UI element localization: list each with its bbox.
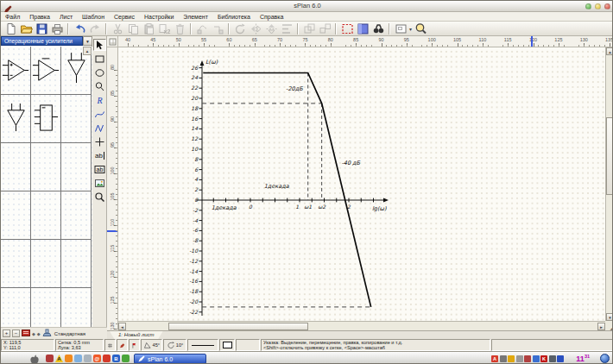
resize-grip[interactable]: ◢ — [605, 321, 613, 330]
prev-sheet-button[interactable]: ◆ — [32, 331, 35, 336]
tool-zoom[interactable] — [93, 191, 106, 203]
horizontal-scroll-thumb[interactable] — [168, 323, 308, 330]
plug-icon[interactable] — [500, 355, 507, 362]
copy-properties-button[interactable] — [194, 22, 210, 35]
snap-toggle[interactable] — [117, 339, 128, 351]
antivirus-a-icon[interactable]: A — [491, 355, 498, 362]
tool-image[interactable] — [93, 177, 106, 189]
user-icon[interactable] — [516, 355, 523, 362]
start-menu-icon[interactable] — [29, 353, 40, 364]
scroll-down-icon[interactable]: ▼ — [606, 313, 613, 321]
tool-text[interactable]: ab — [93, 149, 106, 161]
menu-file[interactable]: Файл — [5, 14, 20, 20]
line-style-selector[interactable] — [187, 339, 218, 351]
orange-ball-icon[interactable] — [65, 355, 73, 362]
tool-ellipse[interactable] — [93, 66, 106, 78]
blue-b-icon[interactable]: B — [112, 355, 120, 362]
red-ball-icon[interactable] — [103, 355, 111, 362]
copy-button[interactable] — [125, 22, 141, 35]
open-button[interactable] — [18, 22, 34, 35]
monitor-icon[interactable] — [549, 355, 556, 362]
menu-library[interactable]: Библиотека — [218, 14, 250, 20]
coin-icon[interactable] — [508, 355, 515, 362]
group-button[interactable] — [301, 22, 317, 35]
grid-toggle[interactable] — [104, 339, 116, 351]
drive-icon[interactable] — [84, 355, 92, 362]
menu-element[interactable]: Элемент — [183, 14, 208, 20]
scroll-left-icon[interactable]: ◄ — [118, 323, 126, 330]
library-component-5[interactable] — [31, 95, 61, 143]
photos-icon[interactable] — [74, 355, 82, 362]
tool-node[interactable] — [93, 80, 106, 92]
paste-button[interactable] — [141, 22, 156, 35]
rotate-button[interactable] — [232, 22, 248, 35]
zoom-window-caret-icon[interactable]: ▾ — [409, 26, 412, 32]
duplicate-button[interactable]: x2 — [156, 22, 172, 35]
rotation-setting[interactable]: 10° — [163, 339, 186, 351]
zoom-loupe-button[interactable] — [413, 22, 428, 35]
drawing-canvas[interactable]: 26242220181614121086420-2-4-6-8-10-12-14… — [118, 47, 605, 321]
stamp-icon[interactable] — [42, 329, 52, 338]
at-mail-icon[interactable]: @ — [93, 355, 101, 362]
angle-setting[interactable]: 45° — [141, 339, 162, 351]
close-button[interactable] — [604, 3, 610, 9]
vertical-scroll-thumb[interactable] — [606, 117, 613, 195]
next-sheet-button[interactable]: ◆ — [37, 331, 41, 336]
kaspersky-k-icon[interactable]: K — [540, 355, 547, 362]
undo-button[interactable] — [72, 22, 87, 35]
blue-circle-tray-icon[interactable] — [600, 354, 610, 363]
menu-help[interactable]: Справка — [260, 14, 283, 20]
scroll-up-icon[interactable]: ▲ — [606, 47, 613, 55]
menu-sheet[interactable]: Лист — [60, 14, 73, 20]
scroll-right-icon[interactable]: ► — [597, 323, 605, 330]
tv-icon[interactable] — [524, 355, 531, 362]
tool-rectangle[interactable] — [93, 53, 106, 65]
cut-button[interactable] — [110, 22, 125, 35]
tray-clock[interactable]: 1131 — [576, 354, 590, 363]
menu-service[interactable]: Сервис — [114, 14, 135, 20]
ungroup-button[interactable] — [317, 22, 332, 35]
menu-settings[interactable]: Настройки — [144, 14, 174, 20]
minimize-button[interactable] — [585, 3, 591, 9]
vertical-scrollbar[interactable]: ▲ ▼ — [605, 47, 613, 321]
horizontal-scrollbar[interactable]: ◄ ► — [118, 321, 605, 330]
menu-template[interactable]: Шаблон — [82, 14, 104, 20]
title-bar[interactable]: sPlan 6.0 — [1, 1, 613, 12]
library-panel-button[interactable] — [355, 22, 370, 35]
save-button[interactable] — [34, 22, 49, 35]
library-category-dropdown[interactable]: Операционные усилители — [1, 36, 83, 46]
delete-button[interactable] — [172, 22, 187, 35]
align-button[interactable] — [279, 22, 294, 35]
template-name-label[interactable]: Стандартная — [54, 331, 85, 336]
menu-edit[interactable]: Правка — [29, 14, 50, 20]
flag-indicator[interactable] — [129, 339, 140, 351]
chevron-down-icon[interactable]: ▼ — [83, 36, 92, 46]
library-scroll-up-button[interactable]: ▲ — [83, 47, 92, 55]
zoom-window-button[interactable] — [393, 22, 408, 35]
tool-special-form[interactable]: R — [93, 94, 106, 106]
remove-sheet-button[interactable]: − — [12, 329, 20, 337]
tool-select[interactable] — [93, 39, 106, 51]
redo-button[interactable] — [87, 22, 103, 35]
blue-square-icon[interactable] — [557, 355, 564, 362]
sheet-properties-icon[interactable] — [22, 329, 30, 338]
tool-dimension[interactable] — [93, 135, 106, 147]
fill-style-selector[interactable] — [219, 339, 235, 351]
v-ruler[interactable]: 80859095100105110115120125130 — [107, 47, 118, 329]
library-component-1[interactable] — [1, 47, 31, 95]
apply-properties-button[interactable] — [210, 22, 225, 35]
new-button[interactable] — [3, 22, 18, 35]
maximize-button[interactable] — [595, 3, 601, 9]
tool-bezier[interactable] — [93, 108, 106, 120]
print-button[interactable] — [49, 22, 65, 35]
green-app-icon[interactable] — [122, 355, 130, 362]
library-component-2[interactable] — [31, 47, 61, 95]
selection-frame-button[interactable] — [339, 22, 355, 35]
mirror-horizontal-button[interactable] — [248, 22, 263, 35]
add-sheet-button[interactable]: + — [3, 329, 10, 337]
window-app-icon[interactable] — [46, 355, 54, 362]
tool-text-box[interactable]: ab — [93, 163, 106, 175]
h-ruler[interactable]: 4045505560657075808590951001051101151201… — [118, 36, 613, 47]
active-task-button[interactable]: sPlan 6.0 — [134, 354, 206, 364]
library-component-4[interactable] — [1, 95, 31, 143]
